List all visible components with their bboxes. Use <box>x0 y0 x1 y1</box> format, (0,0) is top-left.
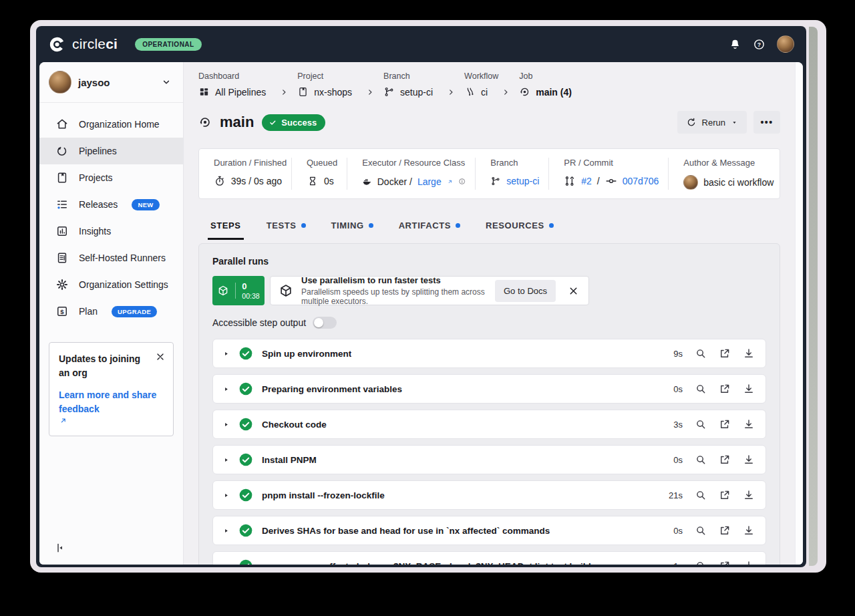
step-row[interactable]: Spin up environment 9s <box>212 339 766 368</box>
divider <box>235 283 236 299</box>
tab-timing[interactable]: TIMING <box>329 220 376 240</box>
download-output-icon[interactable] <box>743 418 755 430</box>
open-output-icon[interactable] <box>719 454 731 466</box>
more-options-button[interactable]: ••• <box>753 111 780 134</box>
project-icon <box>55 171 69 184</box>
step-row[interactable]: Derives SHAs for base and head for use i… <box>212 516 766 545</box>
sidebar-item-pipelines[interactable]: Pipelines <box>39 138 183 164</box>
search-output-icon[interactable] <box>695 560 707 565</box>
expand-caret-icon[interactable] <box>222 350 230 357</box>
breadcrumb-all-pipelines-link[interactable]: All Pipelines <box>198 86 297 98</box>
commit-link[interactable]: 007d706 <box>623 176 659 186</box>
notice-link[interactable]: Learn more and share feedback <box>59 388 166 425</box>
author-avatar <box>683 175 698 190</box>
branch-link[interactable]: setup-ci <box>506 176 539 186</box>
success-check-icon <box>238 559 253 565</box>
notifications-bell-icon[interactable] <box>729 38 741 51</box>
window-scrollbar[interactable] <box>809 27 818 566</box>
user-avatar[interactable] <box>777 35 794 53</box>
banner-title: Use parallelism to run faster tests <box>301 275 487 285</box>
expand-caret-icon[interactable] <box>222 527 230 534</box>
breadcrumb-workflow-link[interactable]: ci <box>464 86 519 98</box>
workflow-icon <box>464 86 476 98</box>
search-output-icon[interactable] <box>695 524 707 536</box>
tab-artifacts[interactable]: ARTIFACTS <box>396 220 463 240</box>
step-duration: 9s <box>673 349 683 359</box>
sidebar-item-releases[interactable]: Releases NEW <box>39 191 183 218</box>
expand-caret-icon[interactable] <box>222 421 230 428</box>
open-output-icon[interactable] <box>719 489 731 501</box>
step-row[interactable]: pnpm install --frozen-lockfile 21s <box>212 480 766 510</box>
download-output-icon[interactable] <box>743 560 755 565</box>
breadcrumb: Dashboard All Pipelines Project <box>198 71 780 98</box>
pr-link[interactable]: #2 <box>581 176 592 186</box>
search-output-icon[interactable] <box>695 347 707 359</box>
sidebar-item-organization-home[interactable]: Organization Home <box>39 111 183 138</box>
sidebar-item-projects[interactable]: Projects <box>39 164 183 191</box>
step-row[interactable]: Checkout code 3s <box>212 410 766 439</box>
collapse-sidebar-icon <box>54 542 66 554</box>
breadcrumb-project-link[interactable]: nx-shops <box>297 86 383 98</box>
open-output-icon[interactable] <box>719 524 731 536</box>
search-output-icon[interactable] <box>695 489 707 501</box>
resource-class-link[interactable]: Large <box>417 176 442 187</box>
rerun-refresh-icon <box>686 117 697 128</box>
download-output-icon[interactable] <box>743 383 755 395</box>
sidebar-item-self-hosted-runners[interactable]: Self-Hosted Runners <box>39 245 183 271</box>
success-status-badge[interactable]: Success <box>262 114 325 131</box>
download-output-icon[interactable] <box>743 489 755 501</box>
org-switcher[interactable]: jaysoo <box>39 62 183 103</box>
download-output-icon[interactable] <box>743 524 755 536</box>
breadcrumb-job: Job main (4) <box>519 71 572 98</box>
success-check-icon <box>238 381 253 396</box>
breadcrumb-label: Dashboard <box>198 71 297 81</box>
download-output-icon[interactable] <box>743 454 755 466</box>
search-output-icon[interactable] <box>695 454 707 466</box>
sidebar-item-insights[interactable]: Insights <box>39 218 183 245</box>
breadcrumb-job-current[interactable]: main (4) <box>519 86 572 98</box>
expand-caret-icon[interactable] <box>222 563 230 565</box>
step-duration: 0s <box>673 526 683 536</box>
tab-steps[interactable]: STEPS <box>208 220 244 240</box>
job-tabs: STEPS TESTS TIMING ARTIFACTS RESOURCES <box>198 220 780 240</box>
step-row[interactable]: Install PNPM 0s <box>212 445 766 474</box>
search-output-icon[interactable] <box>695 418 707 430</box>
open-output-icon[interactable] <box>719 418 731 430</box>
releases-icon <box>55 198 69 211</box>
step-duration: 1s <box>673 561 683 565</box>
notice-close-icon[interactable] <box>155 351 166 362</box>
collapse-sidebar-button[interactable] <box>54 542 66 554</box>
step-row[interactable]: Preparing environment variables 0s <box>212 374 766 404</box>
sidebar-item-plan[interactable]: Plan UPGRADE <box>39 298 183 325</box>
tab-resources[interactable]: RESOURCES <box>483 220 556 240</box>
content-scrollbar[interactable] <box>795 62 803 565</box>
open-output-icon[interactable] <box>719 383 731 395</box>
expand-caret-icon[interactable] <box>222 386 230 393</box>
step-row[interactable]: pnpm exec nx affected --base=$NX_BASE --… <box>212 551 766 565</box>
help-icon[interactable] <box>753 38 765 51</box>
summary-executor: Executor / Resource Class Docker / Large <box>347 158 475 190</box>
circleci-logo[interactable]: circleci <box>48 35 118 53</box>
sidebar-item-label: Insights <box>79 226 111 237</box>
org-avatar <box>49 71 71 94</box>
sidebar-item-organization-settings[interactable]: Organization Settings <box>39 271 183 298</box>
rerun-button[interactable]: Rerun <box>677 111 747 134</box>
parallel-run-selector[interactable]: 0 00:38 <box>212 276 265 305</box>
download-output-icon[interactable] <box>743 347 755 359</box>
banner-close-icon[interactable] <box>564 283 583 299</box>
expand-caret-icon[interactable] <box>222 492 230 499</box>
tab-tests[interactable]: TESTS <box>264 220 309 240</box>
search-output-icon[interactable] <box>695 383 707 395</box>
go-to-docs-button[interactable]: Go to Docs <box>495 280 556 302</box>
expand-caret-icon[interactable] <box>222 456 230 464</box>
caret-down-icon <box>731 119 738 126</box>
info-icon[interactable] <box>458 176 466 186</box>
status-badge[interactable]: OPERATIONAL <box>135 38 202 51</box>
brand-text: circleci <box>72 36 118 52</box>
breadcrumb-label: Workflow <box>464 71 519 81</box>
accessible-output-toggle[interactable] <box>313 317 337 329</box>
breadcrumb-branch-link[interactable]: setup-ci <box>383 86 464 98</box>
open-output-icon[interactable] <box>719 560 731 565</box>
open-output-icon[interactable] <box>719 347 731 359</box>
cube-icon <box>279 283 293 298</box>
